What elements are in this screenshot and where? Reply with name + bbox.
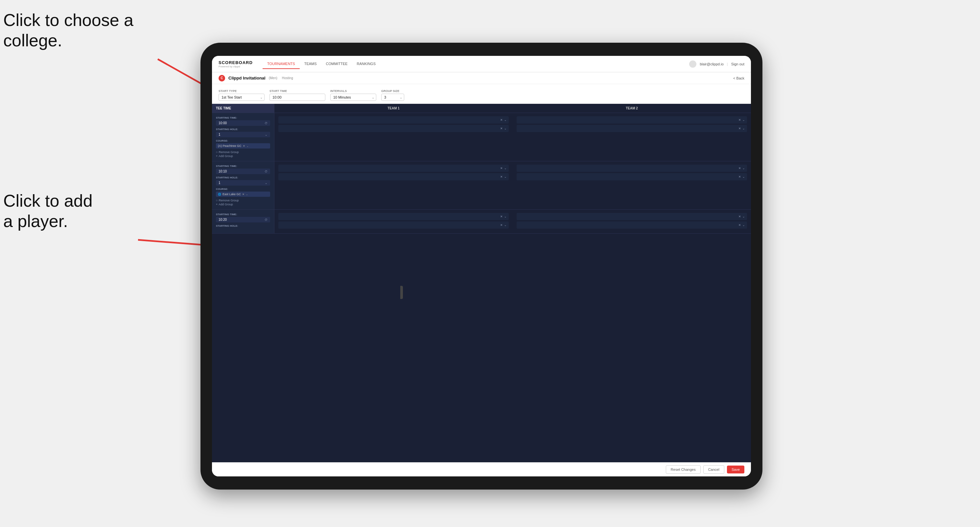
save-button[interactable]: Save — [727, 465, 745, 473]
group-size-select[interactable]: 3 — [381, 94, 404, 101]
add-group-link-2[interactable]: + Add Group — [216, 203, 270, 206]
slot-actions-4-1: ✕ ⌄ — [738, 167, 745, 170]
slot-x-btn-6-2[interactable]: ✕ — [738, 224, 741, 227]
team1-cell-3: ✕ ⌄ ✕ ⌄ — [274, 210, 513, 233]
starting-time-value-1: 10:00 — [218, 121, 264, 125]
slot-chevron-btn-4-2[interactable]: ⌄ — [742, 175, 745, 178]
slot-chevron-btn-5-1[interactable]: ⌄ — [504, 215, 507, 218]
logo-scoreboard: SCOREBOARD — [218, 60, 253, 65]
remove-group-link-2[interactable]: ○ Remove Group — [216, 199, 270, 202]
start-time-group: Start Time — [269, 89, 325, 101]
slot-x-btn-5-1[interactable]: ✕ — [500, 215, 503, 218]
sign-out-link[interactable]: Sign out — [731, 62, 745, 66]
left-panel-3: STARTING TIME: 10:20 ⏱ STARTING HOLE: — [212, 210, 274, 233]
starting-hole-field-1[interactable]: 1 ⌄ — [216, 132, 270, 137]
slot-x-btn-6-1[interactable]: ✕ — [738, 215, 741, 218]
slot-chevron-btn-3-2[interactable]: ⌄ — [504, 175, 507, 178]
sub-header-hosting: Hosting — [282, 76, 293, 80]
add-group-link-1[interactable]: + Add Group — [216, 154, 270, 158]
intervals-group: Intervals 10 Minutes — [330, 89, 376, 101]
starting-hole-field-2[interactable]: 1 ⌄ — [216, 180, 270, 186]
course-name-2: East Lake GC — [223, 192, 241, 196]
course-field-1: (A) Peachtree GC ✕ ⌄ — [216, 143, 270, 149]
reset-button[interactable]: Reset Changes — [666, 465, 701, 474]
group-size-select-wrapper: 3 — [381, 94, 404, 101]
slot-chevron-btn-2-2[interactable]: ⌄ — [742, 127, 745, 130]
player-slot-1-2[interactable]: ✕ ⌄ — [278, 125, 509, 132]
slot-chevron-btn-4-1[interactable]: ⌄ — [742, 167, 745, 170]
nav-teams[interactable]: TEAMS — [300, 59, 321, 69]
player-slot-6-1[interactable]: ✕ ⌄ — [517, 213, 747, 220]
slot-chevron-btn-6-2[interactable]: ⌄ — [742, 224, 745, 227]
nav-tournaments[interactable]: TOURNAMENTS — [262, 59, 300, 69]
starting-hole-label-3: STARTING HOLE: — [216, 224, 270, 227]
remove-group-link-1[interactable]: ○ Remove Group — [216, 151, 270, 154]
player-slot-2-2[interactable]: ✕ ⌄ — [517, 125, 747, 132]
slot-actions-2-2: ✕ ⌄ — [738, 127, 745, 130]
player-slot-5-1[interactable]: ✕ ⌄ — [278, 213, 509, 220]
start-type-select[interactable]: 1st Tee Start — [218, 94, 264, 101]
starting-time-field-2[interactable]: 10:10 ⏱ — [216, 168, 270, 174]
start-time-input[interactable] — [269, 94, 325, 101]
col-team1: Team 1 — [274, 104, 513, 113]
player-slot-3-2[interactable]: ✕ ⌄ — [278, 173, 509, 180]
course-tag-2[interactable]: 🌐 East Lake GC ✕ ⌄ — [216, 192, 270, 197]
slot-chevron-btn-1-1[interactable]: ⌄ — [504, 118, 507, 122]
player-slot-4-1[interactable]: ✕ ⌄ — [517, 165, 747, 172]
starting-time-field-1[interactable]: 10:00 ⏱ — [216, 120, 270, 126]
starting-time-field-3[interactable]: 10:20 ⏱ — [216, 217, 270, 222]
player-slot-1-1[interactable]: ✕ ⌄ — [278, 116, 509, 124]
side-button — [400, 286, 403, 299]
player-slot-2-1[interactable]: ✕ ⌄ — [517, 116, 747, 124]
slot-actions-6-1: ✕ ⌄ — [738, 215, 745, 218]
nav-links: TOURNAMENTS TEAMS COMMITTEE RANKINGS — [262, 59, 689, 69]
bottom-bar: Reset Changes Cancel Save — [212, 462, 751, 476]
slot-chevron-btn-2-1[interactable]: ⌄ — [742, 118, 745, 122]
slot-actions-3-2: ✕ ⌄ — [500, 175, 507, 178]
slot-x-btn-3-2[interactable]: ✕ — [500, 175, 503, 178]
starting-time-label-2: STARTING TIME: — [216, 165, 270, 168]
hole-chevron-2: ⌄ — [265, 181, 267, 185]
player-slot-3-1[interactable]: ✕ ⌄ — [278, 165, 509, 172]
course-chevron-2: ⌄ — [246, 193, 248, 196]
slot-x-btn-2-2[interactable]: ✕ — [738, 127, 741, 130]
nav-committee[interactable]: COMMITTEE — [321, 59, 352, 69]
slot-x-btn-1-1[interactable]: ✕ — [500, 118, 503, 122]
starting-hole-value-2: 1 — [218, 181, 265, 185]
remove-group-icon-1: ○ — [216, 151, 218, 154]
slot-x-btn-3-1[interactable]: ✕ — [500, 167, 503, 170]
slot-x-btn-2-1[interactable]: ✕ — [738, 118, 741, 122]
slot-chevron-btn-3-1[interactable]: ⌄ — [504, 167, 507, 170]
user-email: blair@clippd.io — [700, 62, 723, 66]
slot-x-btn-1-2[interactable]: ✕ — [500, 127, 503, 130]
tablet-frame: SCOREBOARD Powered by clippd TOURNAMENTS… — [200, 43, 762, 489]
intervals-select[interactable]: 10 Minutes — [330, 94, 376, 101]
back-link[interactable]: < Back — [733, 76, 745, 80]
logo-sub: Powered by clippd — [218, 65, 253, 68]
start-type-select-wrapper: 1st Tee Start — [218, 94, 264, 101]
course-label-1: COURSE: — [216, 139, 270, 142]
player-slot-4-2[interactable]: ✕ ⌄ — [517, 173, 747, 180]
slot-chevron-btn-5-2[interactable]: ⌄ — [504, 224, 507, 227]
course-tag-1[interactable]: (A) Peachtree GC ✕ ⌄ — [216, 143, 270, 149]
slot-chevron-btn-1-2[interactable]: ⌄ — [504, 127, 507, 130]
start-type-label: Start Type — [218, 89, 264, 93]
slot-x-btn-5-2[interactable]: ✕ — [500, 224, 503, 227]
sub-header: C Clippd Invitational (Men) Hosting < Ba… — [212, 72, 751, 84]
clock-icon-1: ⏱ — [264, 122, 267, 125]
annotation-top: Click to choose a college. — [3, 10, 134, 51]
nav-rankings[interactable]: RANKINGS — [352, 59, 380, 69]
cancel-button[interactable]: Cancel — [703, 465, 724, 474]
slot-actions-6-2: ✕ ⌄ — [738, 224, 745, 227]
remove-course-btn-1[interactable]: ✕ — [243, 144, 245, 148]
slot-actions-5-1: ✕ ⌄ — [500, 215, 507, 218]
slot-x-btn-4-1[interactable]: ✕ — [738, 167, 741, 170]
player-slot-6-2[interactable]: ✕ ⌄ — [517, 221, 747, 229]
user-avatar — [689, 60, 696, 68]
remove-course-btn-2[interactable]: ✕ — [242, 193, 245, 196]
slot-chevron-btn-6-1[interactable]: ⌄ — [742, 215, 745, 218]
slot-x-btn-4-2[interactable]: ✕ — [738, 175, 741, 178]
player-slot-5-2[interactable]: ✕ ⌄ — [278, 221, 509, 229]
left-panel-1: STARTING TIME: 10:00 ⏱ STARTING HOLE: 1 … — [212, 113, 274, 161]
sub-header-tag: (Men) — [269, 76, 277, 80]
